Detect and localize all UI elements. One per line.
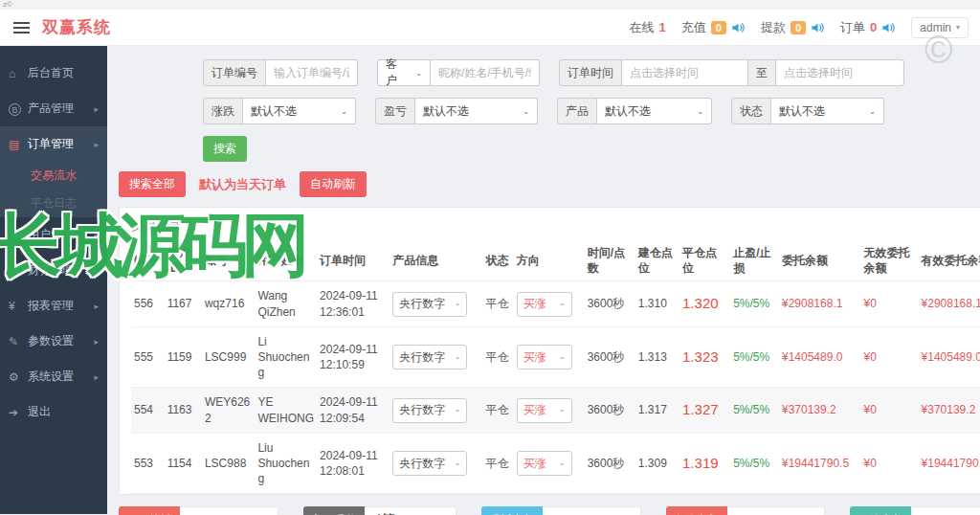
row-direction-select[interactable]: 买涨 ⌄: [517, 451, 572, 476]
chevron-right-icon: ▸: [94, 302, 99, 311]
summary-value: 4笔: [365, 506, 457, 515]
sidebar-item-products[interactable]: B 产品管理 ▸: [0, 91, 107, 126]
cell-valid: ¥19441790.5: [919, 433, 980, 494]
summary-valid-amount: 有效金额 ¥24125586.8: [666, 506, 826, 515]
summary-label: 无效金额: [850, 506, 911, 515]
admin-username: admin: [920, 21, 951, 34]
chevron-right-icon: ▸: [94, 337, 99, 347]
col-order-time: 订单时间: [317, 240, 390, 281]
order-time-filter: 订单时间 至: [559, 59, 904, 86]
summary-value: ¥0: [911, 506, 980, 515]
profit-loss-select[interactable]: 默认不选 ⌄: [415, 98, 538, 124]
row-direction-select[interactable]: 买涨 ⌄: [517, 398, 572, 423]
summary-label: 交易手数: [303, 506, 365, 515]
chevron-right-icon: ▸: [94, 266, 99, 276]
cell-close-point: 1.327: [679, 388, 730, 433]
dashboard-icon: ⌂: [9, 67, 28, 80]
col-id: 编号: [131, 240, 165, 281]
speaker-icon[interactable]: [731, 21, 746, 34]
customer-type-select[interactable]: 客户 ⌄: [377, 59, 431, 86]
row-product-select[interactable]: 央行数字 ⌄: [392, 398, 467, 423]
speaker-icon[interactable]: [881, 21, 896, 34]
time-to-input[interactable]: [776, 59, 904, 86]
withdraw-counter: 提款 0: [761, 19, 825, 36]
logout-icon: ➔: [9, 406, 28, 419]
cell-entrust: ¥2908168.1: [779, 281, 861, 326]
chevron-down-icon: ⌄: [455, 299, 461, 309]
order-no-filter: 订单编号: [203, 59, 358, 86]
sidebar-item-label: 财务管理: [28, 262, 74, 279]
profit-loss-filter: 盈亏 默认不选 ⌄: [375, 98, 538, 124]
yen-icon: ¥: [9, 300, 28, 313]
cell-open-point: 1.313: [635, 326, 679, 388]
row-product-select[interactable]: 央行数字 ⌄: [392, 345, 467, 369]
cell-entrust: ¥370139.2: [779, 388, 861, 433]
sidebar-item-orders[interactable]: ▤ 订单管理 ▸: [0, 126, 107, 162]
sidebar-item-logout[interactable]: ➔ 退出: [0, 394, 107, 430]
cell-name: Wang QiZhen: [255, 281, 317, 326]
customer-input[interactable]: [431, 59, 540, 86]
chevron-right-icon: ▸: [94, 140, 99, 149]
chevron-right-icon: ▸: [94, 231, 99, 240]
cell-close-point: 1.319: [679, 433, 730, 494]
summary-entrust-amount: 委托金额 ¥24125586.8: [481, 506, 641, 515]
product-select[interactable]: 默认不选 ⌄: [597, 98, 712, 124]
chevron-down-icon: ⌄: [559, 405, 566, 415]
cell-stop: 5%/5%: [730, 433, 779, 494]
speaker-icon[interactable]: [811, 21, 825, 34]
order-label: 订单: [840, 19, 865, 36]
sidebar-item-label: 平仓日志: [31, 195, 77, 212]
cell-close-point: 1.323: [679, 326, 730, 388]
sidebar-item-parameters[interactable]: ✎ 参数设置 ▸: [0, 324, 107, 359]
updown-select[interactable]: 默认不选 ⌄: [243, 98, 356, 124]
hamburger-menu-icon[interactable]: [13, 19, 30, 36]
chevron-down-icon: ▾: [956, 23, 960, 32]
recharge-badge: 0: [711, 21, 726, 34]
order-no-input[interactable]: [266, 59, 358, 86]
chevron-down-icon: ⌄: [341, 107, 347, 116]
cell-invalid: ¥0: [861, 388, 919, 433]
row-product-select[interactable]: 央行数字 ⌄: [392, 451, 467, 476]
status-select[interactable]: 默认不选 ⌄: [771, 98, 884, 124]
sidebar-item-label: 报表管理: [28, 298, 74, 314]
cell-name: Li Shuocheng: [255, 326, 317, 388]
col-close-point: 平仓点位: [679, 240, 730, 281]
main-content: 订单编号 客户 ⌄ 订单时间 至 涨跌 默认不选: [107, 46, 980, 514]
cell-close-point: 1.320: [679, 281, 730, 326]
sidebar-item-users[interactable]: ☻ 用户管理 ▸: [0, 217, 107, 253]
row-direction-select[interactable]: 买涨 ⌄: [517, 345, 572, 369]
row-direction-select[interactable]: 买涨 ⌄: [517, 292, 572, 317]
row-product-select[interactable]: 央行数字 ⌄: [392, 292, 467, 317]
cell-open-point: 1.309: [635, 433, 679, 494]
sidebar-item-reports[interactable]: ¥ 报表管理 ▸: [0, 288, 107, 324]
sidebar-item-trade-flow[interactable]: 交易流水: [0, 162, 107, 190]
auto-refresh-button[interactable]: 自动刷新: [300, 171, 367, 197]
browser-edge-text: z©: [0, 0, 980, 10]
col-stop: 止盈/止损: [730, 240, 779, 281]
order-counter: 订单 0: [840, 19, 896, 36]
finance-icon: ◎: [9, 264, 28, 278]
cell-status: 平仓: [482, 388, 513, 433]
online-counter: 在线 1: [630, 19, 666, 36]
sidebar-item-dashboard[interactable]: ⌂ 后台首页: [0, 56, 107, 91]
col-status: 状态: [482, 240, 513, 281]
trade-table: 编号 用户ID 账号 用户姓名 订单时间 产品信息 状态 方向 时间/点数 建仓…: [131, 240, 980, 494]
sidebar-item-label: 退出: [28, 404, 51, 420]
chevron-down-icon: ⌄: [523, 107, 529, 116]
status-filter: 状态 默认不选 ⌄: [731, 98, 884, 124]
profit-loss-label: 盈亏: [375, 98, 415, 124]
time-from-input[interactable]: [622, 59, 748, 86]
col-uid: 用户ID: [165, 240, 202, 281]
search-all-button[interactable]: 搜索全部: [119, 171, 186, 197]
sidebar-item-finance[interactable]: ◎ 财务管理 ▸: [0, 253, 107, 288]
cell-uid: 1159: [165, 326, 202, 388]
search-button[interactable]: 搜索: [203, 136, 247, 162]
sidebar-item-close-log[interactable]: 平仓日志: [0, 190, 107, 217]
admin-user-dropdown[interactable]: admin ▾: [911, 17, 969, 38]
customer-filter: 客户 ⌄: [377, 59, 540, 86]
col-product: 产品信息: [390, 240, 482, 281]
col-open-point: 建仓点位: [635, 240, 679, 281]
cell-account: WEY6262: [202, 388, 255, 433]
sidebar-item-system-settings[interactable]: ⚙ 系统设置 ▸: [0, 359, 107, 394]
updown-filter: 涨跌 默认不选 ⌄: [203, 98, 356, 124]
